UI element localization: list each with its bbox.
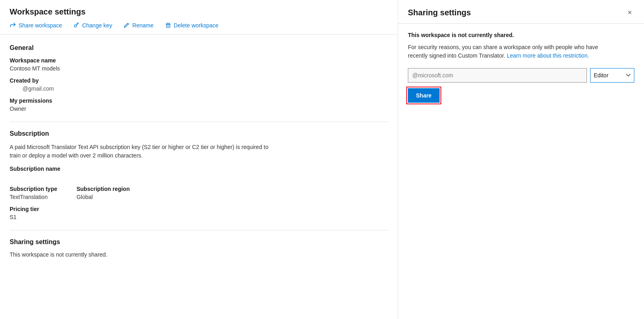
pricing-tier-value: S1: [10, 214, 388, 220]
toolbar: Share workspace Change key Rename: [10, 22, 388, 29]
workspace-name-label: Workspace name: [10, 57, 388, 64]
delete-workspace-button[interactable]: Delete workspace: [165, 22, 218, 29]
svg-rect-2: [166, 25, 170, 28]
share-workspace-button[interactable]: Share workspace: [10, 22, 62, 29]
subscription-region-value: Global: [76, 194, 130, 200]
divider-subscription: [10, 230, 388, 230]
subscription-details-row: Subscription type TextTranslation Subscr…: [10, 186, 388, 200]
share-button[interactable]: Share: [408, 88, 440, 103]
subscription-region-label: Subscription region: [76, 186, 130, 192]
subscription-section-title: Subscription: [10, 130, 388, 137]
not-shared-text: This workspace is not currently shared.: [408, 32, 634, 38]
right-header: Sharing settings ×: [398, 0, 644, 24]
share-button-wrapper: Share: [408, 88, 440, 103]
subscription-description: A paid Microsoft Translator Text API sub…: [10, 143, 271, 160]
subscription-type-col: Subscription type TextTranslation: [10, 186, 57, 200]
learn-more-link[interactable]: Learn more about this restriction.: [507, 52, 589, 59]
role-select[interactable]: Editor Viewer: [590, 68, 634, 83]
general-section-title: General: [10, 44, 388, 52]
divider-general: [10, 122, 388, 122]
left-content: General Workspace name Contoso MT models…: [0, 35, 398, 319]
share-workspace-icon: [10, 22, 16, 29]
right-content: This workspace is not currently shared. …: [398, 24, 644, 111]
created-by-value: @gmail.com: [10, 85, 388, 92]
sharing-status-value: This workspace is not currently shared.: [10, 251, 388, 258]
subscription-type-label: Subscription type: [10, 186, 57, 192]
rename-icon: [123, 22, 130, 29]
general-section: General Workspace name Contoso MT models…: [10, 44, 388, 112]
created-by-label: Created by: [10, 77, 388, 84]
subscription-name-label: Subscription name: [10, 166, 388, 172]
my-permissions-value: Owner: [10, 106, 388, 112]
subscription-type-value: TextTranslation: [10, 194, 57, 200]
rename-button[interactable]: Rename: [123, 22, 154, 29]
workspace-name-value: Contoso MT models: [10, 65, 388, 72]
subscription-section: Subscription A paid Microsoft Translator…: [10, 130, 388, 220]
left-panel: Workspace settings Share workspace Chan: [0, 0, 398, 319]
change-key-button[interactable]: Change key: [73, 22, 112, 29]
my-permissions-label: My permissions: [10, 97, 388, 104]
left-header: Workspace settings Share workspace Chan: [0, 0, 398, 35]
sharing-section-title: Sharing settings: [10, 238, 388, 246]
right-panel-title: Sharing settings: [408, 8, 471, 17]
share-row: Editor Viewer: [408, 68, 634, 83]
right-panel: Sharing settings × This workspace is not…: [398, 0, 644, 319]
subscription-name-value: [10, 174, 388, 180]
change-key-icon: [73, 22, 80, 29]
pricing-tier-label: Pricing tier: [10, 206, 388, 212]
delete-workspace-icon: [165, 22, 171, 29]
page-title: Workspace settings: [10, 7, 388, 17]
subscription-region-col: Subscription region Global: [76, 186, 130, 200]
email-input[interactable]: [408, 68, 587, 83]
close-button[interactable]: ×: [625, 7, 634, 18]
sharing-section: Sharing settings This workspace is not c…: [10, 238, 388, 258]
security-text: For security reasons, you can share a wo…: [408, 43, 609, 60]
